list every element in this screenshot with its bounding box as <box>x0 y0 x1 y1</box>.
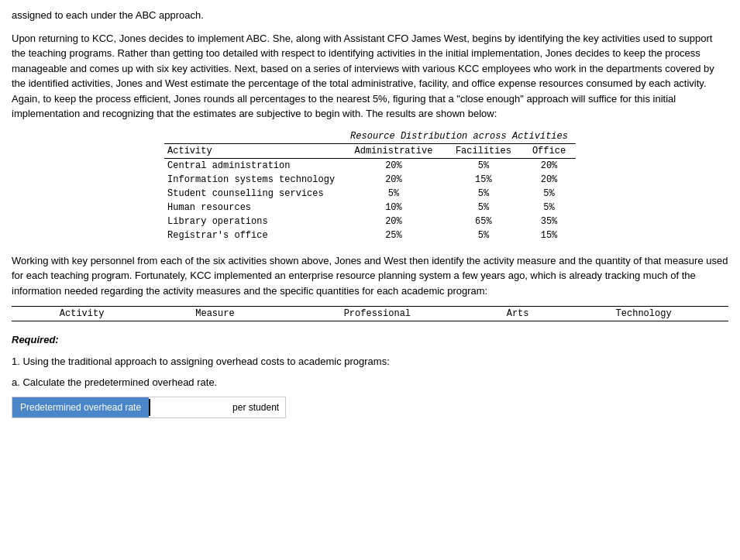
act-col-technology: Technology <box>559 307 728 321</box>
required-bold: Required: <box>12 334 59 345</box>
table-row: Human resources10%5%5% <box>164 201 576 215</box>
table-row: Information systems technology20%15%20% <box>164 173 576 187</box>
act-col-arts: Arts <box>477 307 559 321</box>
required-section: Required: 1. Using the traditional appro… <box>12 332 728 418</box>
col-office: Office <box>522 143 576 158</box>
per-student-suffix: per student <box>226 399 285 416</box>
act-col-measure: Measure <box>152 307 278 321</box>
activity-measure-table: Activity Measure Professional Arts Techn… <box>12 306 728 321</box>
table-row: Central administration20%5%20% <box>164 158 576 173</box>
part-a-label: a. Calculate the predetermined overhead … <box>12 375 728 390</box>
predetermined-overhead-label: Predetermined overhead rate <box>12 397 149 417</box>
intro-paragraph-2: Upon returning to KCC, Jones decides to … <box>12 31 728 122</box>
paragraph-3: Working with key personnel from each of … <box>12 253 728 299</box>
predetermined-overhead-input[interactable] <box>149 399 226 416</box>
act-col-professional: Professional <box>278 307 477 321</box>
group-header-label: Resource Distribution across Activities <box>342 129 576 144</box>
col-facilities: Facilities <box>445 143 522 158</box>
act-col-activity: Activity <box>12 307 152 321</box>
answer-row: Predetermined overhead rate per student <box>12 397 286 418</box>
table-row: Registrar's office25%5%15% <box>164 228 576 242</box>
col-activity: Activity <box>164 143 342 158</box>
question-1-text: 1. Using the traditional approach to ass… <box>12 354 728 369</box>
required-label-text: Required: <box>12 332 728 348</box>
resource-distribution-table: Resource Distribution across Activities … <box>164 129 576 242</box>
table-row: Student counselling services5%5%5% <box>164 187 576 201</box>
intro-paragraph-1: assigned to each under the ABC approach. <box>12 8 728 23</box>
col-admin: Administrative <box>342 143 445 158</box>
table-row: Library operations20%65%35% <box>164 215 576 228</box>
